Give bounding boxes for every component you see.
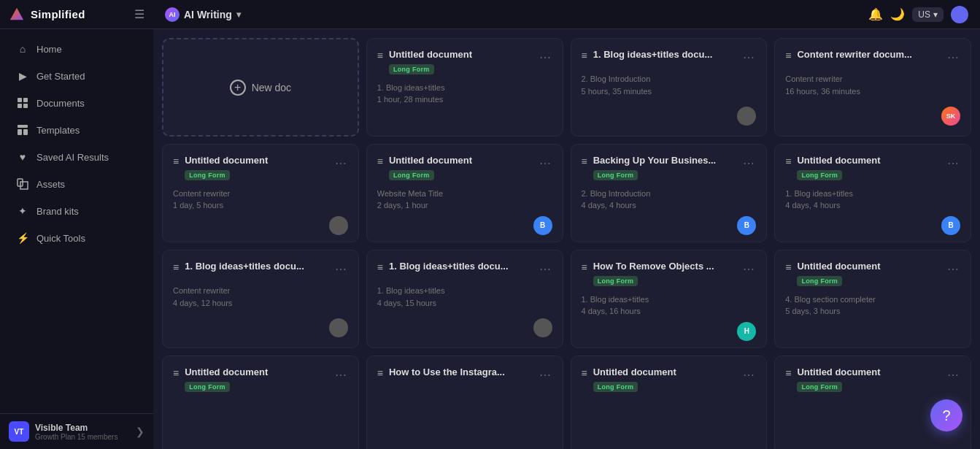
doc-11-menu-icon[interactable]: ⋯ xyxy=(946,261,960,277)
doc-card-6[interactable]: ≡ Backing Up Your Busines... Long Form ⋯… xyxy=(571,144,768,242)
doc-2-meta-line1: 2. Blog Introduction xyxy=(582,73,757,85)
sidebar-item-documents[interactable]: Documents xyxy=(4,90,149,116)
user-label: US xyxy=(918,9,930,20)
doc-1-meta-line1: 1. Blog ideas+titles xyxy=(377,82,552,94)
sidebar-item-templates[interactable]: Templates xyxy=(4,117,149,143)
doc-5-badge: Long Form xyxy=(389,170,434,180)
doc-card-3[interactable]: ≡ Content rewriter docum... ⋯ Content re… xyxy=(774,38,971,137)
doc-2-menu-icon[interactable]: ⋯ xyxy=(741,49,756,66)
doc-card-8-header: ≡ 1. Blog ideas+titles docu... ⋯ xyxy=(173,261,348,277)
doc-10-menu-icon[interactable]: ⋯ xyxy=(741,261,756,277)
team-info: Visible Team Growth Plan 15 members xyxy=(35,423,130,441)
new-doc-button[interactable]: + New doc xyxy=(162,38,359,137)
doc-8-meta-line1: Content rewriter xyxy=(173,285,348,297)
sidebar-item-documents-label: Documents xyxy=(36,98,85,109)
doc-15-menu-icon[interactable]: ⋯ xyxy=(946,367,960,383)
doc-7-meta: 1. Blog ideas+titles 4 days, 4 hours xyxy=(785,188,960,212)
doc-card-10[interactable]: ≡ How To Remove Objects ... Long Form ⋯ … xyxy=(571,250,768,348)
doc-6-footer: B xyxy=(582,216,757,235)
doc-card-9[interactable]: ≡ 1. Blog ideas+titles docu... ⋯ 1. Blog… xyxy=(366,250,563,348)
doc-12-file-icon: ≡ xyxy=(173,367,179,379)
doc-card-1[interactable]: ≡ Untitled document Long Form ⋯ 1. Blog … xyxy=(366,38,563,137)
doc-11-meta-line2: 5 days, 3 hours xyxy=(785,305,960,318)
doc-1-title-area: Untitled document Long Form xyxy=(389,49,532,74)
svg-marker-0 xyxy=(10,7,23,20)
doc-card-4[interactable]: ≡ Untitled document Long Form ⋯ Content … xyxy=(162,144,359,242)
doc-7-menu-icon[interactable]: ⋯ xyxy=(946,155,960,172)
dark-mode-icon[interactable]: 🌙 xyxy=(890,7,905,21)
doc-card-4-header: ≡ Untitled document Long Form ⋯ xyxy=(173,155,348,180)
user-avatar[interactable] xyxy=(951,6,968,23)
sidebar-item-home-label: Home xyxy=(36,44,62,55)
doc-10-meta-line2: 4 days, 16 hours xyxy=(582,305,757,318)
doc-13-menu-icon[interactable]: ⋯ xyxy=(538,367,552,383)
doc-card-12-header: ≡ Untitled document Long Form ⋯ xyxy=(173,367,348,392)
logo-text: Simplified xyxy=(31,8,85,20)
doc-card-5-header: ≡ Untitled document Long Form ⋯ xyxy=(377,155,552,180)
doc-card-2[interactable]: ≡ 1. Blog ideas+titles docu... ⋯ 2. Blog… xyxy=(571,38,768,137)
doc-card-8[interactable]: ≡ 1. Blog ideas+titles docu... ⋯ Content… xyxy=(162,250,359,348)
doc-8-meta: Content rewriter 4 days, 12 hours xyxy=(173,285,348,314)
sidebar-item-saved-ai[interactable]: ♥ Saved AI Results xyxy=(4,144,149,170)
svg-rect-4 xyxy=(23,104,28,108)
svg-rect-5 xyxy=(18,125,28,128)
doc-7-file-icon: ≡ xyxy=(785,156,791,167)
sidebar-item-quick-tools[interactable]: ⚡ Quick Tools xyxy=(4,225,149,251)
doc-card-12[interactable]: ≡ Untitled document Long Form ⋯ xyxy=(162,356,359,449)
fab-button[interactable]: ? xyxy=(930,399,962,431)
doc-2-meta-line2: 5 hours, 35 minutes xyxy=(582,85,757,98)
doc-4-title: Untitled document xyxy=(185,155,316,167)
sidebar-footer: VT Visible Team Growth Plan 15 members ❯ xyxy=(0,413,153,449)
sidebar-item-brand-kits[interactable]: ✦ Brand kits xyxy=(4,198,149,224)
doc-3-avatar: SK xyxy=(941,107,960,126)
doc-3-menu-icon[interactable]: ⋯ xyxy=(946,49,960,66)
sidebar-item-get-started[interactable]: ▶ Get Started xyxy=(4,63,149,89)
doc-4-avatar xyxy=(329,216,348,235)
doc-5-meta: Website Meta Title 2 days, 1 hour xyxy=(377,188,552,212)
doc-6-menu-icon[interactable]: ⋯ xyxy=(741,155,756,172)
doc-14-menu-icon[interactable]: ⋯ xyxy=(741,367,756,383)
doc-15-file-icon: ≡ xyxy=(785,367,791,379)
doc-5-menu-icon[interactable]: ⋯ xyxy=(538,155,552,172)
doc-3-file-icon: ≡ xyxy=(785,50,791,61)
doc-15-title: Untitled document xyxy=(797,367,928,379)
doc-12-badge: Long Form xyxy=(185,382,230,392)
doc-4-menu-icon[interactable]: ⋯ xyxy=(333,155,348,172)
notification-icon[interactable]: 🔔 xyxy=(868,7,883,21)
doc-10-meta-line1: 1. Blog ideas+titles xyxy=(582,293,757,306)
doc-card-11[interactable]: ≡ Untitled document Long Form ⋯ 4. Blog … xyxy=(774,250,971,348)
sidebar-item-brand-kits-label: Brand kits xyxy=(36,206,79,217)
sidebar: Simplified ☰ ⌂ Home ▶ Get Started Docume… xyxy=(0,0,153,449)
doc-card-14[interactable]: ≡ Untitled document Long Form ⋯ xyxy=(571,356,768,449)
doc-card-9-header: ≡ 1. Blog ideas+titles docu... ⋯ xyxy=(377,261,552,277)
doc-2-avatar xyxy=(737,107,756,126)
doc-8-meta-line2: 4 days, 12 hours xyxy=(173,297,348,310)
doc-6-badge: Long Form xyxy=(593,170,638,180)
doc-1-menu-icon[interactable]: ⋯ xyxy=(538,49,552,66)
footer-expand-icon[interactable]: ❯ xyxy=(136,426,144,437)
topbar-chevron-icon[interactable]: ▾ xyxy=(236,9,241,20)
doc-card-7[interactable]: ≡ Untitled document Long Form ⋯ 1. Blog … xyxy=(774,144,971,242)
doc-6-meta-line2: 4 days, 4 hours xyxy=(582,199,757,212)
doc-card-13[interactable]: ≡ How to Use the Instagra... ⋯ xyxy=(366,356,563,449)
doc-6-meta-line1: 2. Blog Introduction xyxy=(582,188,757,200)
doc-8-file-icon: ≡ xyxy=(173,261,179,273)
team-name: Visible Team xyxy=(35,423,130,433)
doc-10-footer: H xyxy=(582,322,757,341)
user-menu[interactable]: US ▾ xyxy=(912,7,944,22)
doc-card-6-header: ≡ Backing Up Your Busines... Long Form ⋯ xyxy=(582,155,757,180)
doc-9-menu-icon[interactable]: ⋯ xyxy=(538,261,552,277)
doc-13-file-icon: ≡ xyxy=(377,367,383,379)
doc-2-footer xyxy=(582,107,757,126)
doc-9-meta-line2: 4 days, 15 hours xyxy=(377,297,552,310)
sidebar-item-assets[interactable]: Assets xyxy=(4,171,149,197)
doc-12-menu-icon[interactable]: ⋯ xyxy=(333,367,348,383)
sidebar-item-home[interactable]: ⌂ Home xyxy=(4,36,149,62)
doc-11-title: Untitled document xyxy=(797,261,928,273)
svg-rect-3 xyxy=(18,104,22,108)
doc-7-title: Untitled document xyxy=(797,155,928,167)
doc-13-title-area: How to Use the Instagra... xyxy=(389,367,532,379)
doc-8-menu-icon[interactable]: ⋯ xyxy=(333,261,348,277)
doc-card-5[interactable]: ≡ Untitled document Long Form ⋯ Website … xyxy=(366,144,563,242)
sidebar-toggle-icon[interactable]: ☰ xyxy=(134,7,144,21)
